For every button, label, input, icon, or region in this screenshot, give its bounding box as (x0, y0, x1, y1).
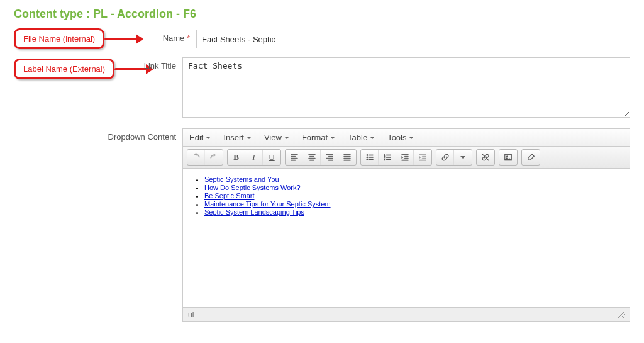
link-title-row: Label Name (External) Link Title Fact Sh… (14, 57, 630, 120)
content-link[interactable]: Maintenance Tips for Your Septic System (204, 200, 331, 208)
svg-text:3: 3 (384, 159, 385, 161)
svg-point-7 (506, 156, 508, 157)
caret-down-icon (460, 156, 465, 159)
list-item: Septic System Landscaping Tips (204, 208, 621, 216)
name-label: Name * (14, 30, 196, 43)
menu-format[interactable]: Format (302, 133, 335, 142)
list-item: How Do Septic Systems Work? (204, 184, 621, 191)
bold-button[interactable]: B (228, 150, 245, 165)
unlink-button[interactable] (477, 150, 494, 165)
link-button[interactable] (436, 150, 454, 165)
list-item: Maintenance Tips for Your Septic System (204, 200, 621, 208)
link-dropdown-button[interactable] (454, 150, 472, 165)
content-link[interactable]: Septic Systems and You (204, 176, 279, 183)
caret-down-icon (409, 137, 414, 139)
menu-edit[interactable]: Edit (189, 133, 211, 142)
menu-tools[interactable]: Tools (387, 133, 414, 142)
editor-content-area[interactable]: Septic Systems and You How Do Septic Sys… (183, 169, 630, 307)
indent-button[interactable] (414, 150, 431, 165)
caret-down-icon (370, 137, 375, 139)
align-right-button[interactable] (321, 150, 338, 165)
align-justify-button[interactable] (338, 150, 356, 165)
content-link[interactable]: How Do Septic Systems Work? (204, 184, 301, 191)
caret-down-icon (330, 137, 335, 139)
link-title-label: Link Title (14, 57, 182, 70)
content-type-heading: Content type : PL - Accordion - F6 (14, 8, 630, 21)
required-marker: * (187, 33, 190, 43)
menu-view[interactable]: View (264, 133, 289, 142)
caret-down-icon (206, 137, 211, 139)
number-list-button[interactable]: 123 (379, 150, 396, 165)
list-item: Be Septic Smart (204, 192, 621, 200)
name-row: File Name (internal) Name * (14, 30, 630, 48)
name-input[interactable] (196, 30, 416, 48)
caret-down-icon (284, 137, 289, 139)
redo-button[interactable] (205, 150, 223, 165)
dropdown-content-row: Dropdown Content Edit Insert View Format… (14, 128, 630, 322)
editor-menubar: Edit Insert View Format Table Tools (183, 129, 630, 147)
outdent-button[interactable] (396, 150, 414, 165)
editor-statusbar: ul (183, 307, 630, 321)
bullet-list-button[interactable] (361, 150, 379, 165)
image-button[interactable] (499, 150, 517, 165)
erase-format-button[interactable] (522, 150, 540, 165)
link-title-textarea[interactable]: Fact Sheets (182, 57, 630, 118)
italic-button[interactable]: I (245, 150, 263, 165)
content-list: Septic Systems and You How Do Septic Sys… (204, 176, 621, 216)
list-item: Septic Systems and You (204, 176, 621, 183)
resize-grip-icon[interactable] (617, 311, 625, 318)
content-link[interactable]: Be Septic Smart (204, 192, 254, 200)
svg-point-1 (366, 157, 367, 158)
editor-toolbar: B I U 123 (183, 147, 630, 169)
svg-point-0 (366, 154, 367, 155)
undo-button[interactable] (187, 150, 205, 165)
dropdown-content-label: Dropdown Content (14, 128, 182, 142)
status-path[interactable]: ul (188, 310, 194, 319)
align-center-button[interactable] (303, 150, 321, 165)
caret-down-icon (247, 137, 252, 139)
content-link[interactable]: Septic System Landscaping Tips (204, 208, 304, 216)
align-left-button[interactable] (286, 150, 303, 165)
menu-insert[interactable]: Insert (223, 133, 252, 142)
menu-table[interactable]: Table (348, 133, 375, 142)
underline-button[interactable]: U (263, 150, 280, 165)
svg-point-2 (366, 159, 367, 160)
rich-text-editor: Edit Insert View Format Table Tools B I … (182, 128, 630, 322)
